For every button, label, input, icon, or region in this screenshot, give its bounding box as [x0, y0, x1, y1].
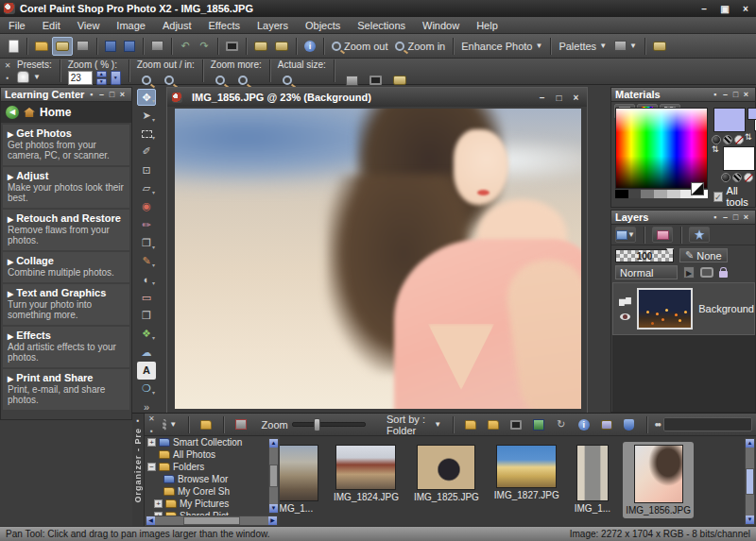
preset-shape-tool[interactable]: ❍▾ [137, 380, 156, 397]
tree-item-browse-more[interactable]: Browse Mor [145, 473, 280, 485]
pin-icon[interactable]: ▪ [710, 90, 720, 99]
thumbnail-img1[interactable]: IMG_1... [280, 442, 321, 516]
menu-edit[interactable]: Edit [34, 20, 69, 31]
thumbnail-image[interactable] [634, 445, 683, 503]
lc-section-text-graphics[interactable]: ▶Text and Graphics Turn your photo into … [3, 284, 129, 325]
enhance-photo-button[interactable]: Enhance Photo ▼ [457, 37, 546, 56]
menu-image[interactable]: Image [108, 20, 154, 31]
pin-icon[interactable]: ▪ [86, 90, 96, 99]
palettes-button[interactable]: Palettes ▼ [555, 37, 610, 56]
blend-mode-arrow[interactable]: ▶ [683, 266, 695, 279]
maximize-icon[interactable]: □ [730, 212, 741, 222]
quick-review-button[interactable] [529, 415, 548, 434]
thumbnail-image[interactable] [576, 445, 609, 501]
tree-item-smart-collection[interactable]: +Smart Collection [145, 436, 280, 448]
layer-styles-button[interactable] [689, 227, 710, 243]
workspace-button[interactable]: ▼ [610, 37, 641, 56]
lighten-darken-tool[interactable]: ◐▾ [137, 271, 156, 288]
red-eye-tool[interactable]: ◉ [137, 198, 156, 215]
makeover-tool[interactable]: ✏ [137, 216, 156, 233]
lc-section-retouch[interactable]: ▶Retouch and Restore Remove flaws from y… [3, 210, 129, 250]
back-button[interactable]: ◀ [6, 106, 19, 119]
menu-help[interactable]: Help [468, 20, 507, 31]
delete-layer-button[interactable] [652, 227, 673, 243]
menu-layers[interactable]: Layers [249, 20, 297, 31]
maximize-icon[interactable]: □ [553, 93, 565, 103]
slider-knob[interactable] [314, 418, 320, 431]
lc-section-get-photos[interactable]: ▶Get Photos Get photos from your camera,… [3, 125, 129, 165]
minimize-icon[interactable]: – [536, 93, 548, 103]
close-icon[interactable]: ✕ [5, 61, 11, 70]
presets-hand-icon[interactable] [17, 71, 29, 83]
expand-icon[interactable]: + [147, 438, 156, 447]
import-scanner-button[interactable] [271, 37, 292, 56]
all-tools-option[interactable]: ✓ All tools [713, 185, 755, 208]
swap-materials-icon[interactable]: ⇅ [712, 144, 719, 154]
paint-brush-tool[interactable]: ✎▾ [137, 253, 156, 270]
bg-transparent-button[interactable] [744, 173, 753, 182]
thumbnail-image[interactable] [335, 445, 396, 490]
preferences-button[interactable] [649, 37, 670, 56]
zoom-in-button[interactable]: Zoom in [391, 37, 449, 56]
slideshow-button[interactable] [507, 415, 525, 434]
tree-item-my-corel[interactable]: My Corel Sh [145, 485, 280, 498]
scroll-right-icon[interactable]: ▶ [268, 516, 277, 525]
import-button[interactable] [484, 415, 503, 434]
scroll-thumb[interactable] [746, 468, 754, 495]
maximize-icon[interactable]: □ [730, 90, 741, 99]
thumbnails-vertical-scrollbar[interactable]: ▲ ▼ [745, 438, 755, 525]
organizer-settings-button[interactable]: ▼ [159, 415, 180, 434]
layer-name[interactable]: Background [698, 303, 754, 314]
menu-effects[interactable]: Effects [200, 20, 249, 31]
share-button[interactable] [597, 415, 616, 434]
clone-tool[interactable]: ❐▾ [137, 234, 156, 251]
flood-fill-tool[interactable]: ❖▾ [137, 326, 156, 343]
zoom-percent-input[interactable]: 23 [68, 71, 93, 85]
screen-capture-button[interactable] [222, 37, 242, 56]
thumbnail-zoom-slider[interactable] [292, 422, 366, 427]
close-icon[interactable]: × [741, 90, 751, 99]
undo-button[interactable]: ↶ [176, 37, 195, 56]
opacity-slider[interactable]: 100 [615, 249, 674, 262]
pan-tool[interactable]: ✥▾ [137, 89, 156, 106]
selection-tool[interactable]: ▾ [137, 126, 156, 143]
thumbnail-image[interactable] [280, 445, 318, 501]
tree-item-my-pictures[interactable]: +My Pictures [145, 498, 280, 510]
pick-tool[interactable]: ➤▾ [137, 107, 156, 124]
express-lab-button[interactable] [73, 37, 93, 56]
zoom-dropdown[interactable]: ▼ [111, 71, 121, 85]
pin-icon[interactable]: ▪ [150, 427, 153, 435]
close-icon[interactable]: ✕ [148, 414, 155, 423]
chevron-down-icon[interactable]: ▼ [111, 71, 121, 85]
organizer-button[interactable] [52, 37, 73, 56]
lc-section-effects[interactable]: ▶Effects Add artistic effects to your ph… [3, 327, 129, 367]
spin-up-icon[interactable]: ▲ [96, 71, 107, 77]
swap-colors-icon[interactable]: ⇅ [745, 132, 752, 142]
link-layers-icon[interactable] [700, 267, 713, 278]
crop-tool[interactable]: ⊡ [137, 161, 156, 178]
import-camera-button[interactable] [250, 37, 271, 56]
get-photos-button[interactable] [461, 415, 480, 434]
black-white-reset-icon[interactable] [691, 182, 704, 195]
visibility-eye-icon[interactable] [620, 313, 630, 320]
scroll-up-icon[interactable]: ▲ [269, 439, 278, 448]
layer-row-background[interactable]: Background [612, 282, 755, 335]
lc-section-print-share[interactable]: ▶Print and Share Print, e-mail, and shar… [3, 369, 129, 410]
menu-file[interactable]: File [0, 20, 34, 31]
thumbnail-img-door[interactable]: IMG_1... [572, 442, 613, 516]
bg-gradient-button[interactable] [732, 173, 742, 182]
thumbnail-img1856-selected[interactable]: IMG_1856.JPG [623, 442, 694, 518]
menu-adjust[interactable]: Adjust [154, 20, 200, 31]
smudge-tool[interactable]: ☁ [137, 344, 156, 361]
find-icon[interactable]: ●● [655, 420, 661, 429]
foreground-swatch[interactable] [713, 108, 746, 132]
tree-vertical-scrollbar[interactable]: ▲ ▼ [268, 438, 279, 514]
scroll-thumb[interactable] [269, 465, 278, 487]
open-button[interactable] [31, 37, 52, 56]
collapse-icon[interactable]: − [147, 463, 156, 471]
close-icon[interactable]: × [570, 93, 582, 103]
all-tools-checkbox[interactable]: ✓ [713, 192, 723, 202]
background-swatch[interactable] [723, 146, 755, 171]
fg-transparent-button[interactable] [734, 135, 744, 144]
close-icon[interactable]: × [741, 212, 751, 222]
